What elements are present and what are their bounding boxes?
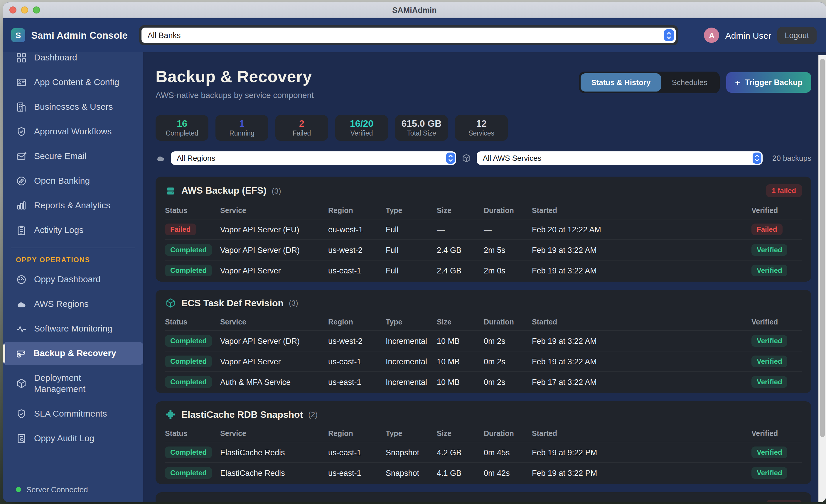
region-filter-select[interactable]: All Regions bbox=[171, 151, 457, 165]
trigger-backup-button[interactable]: + Trigger Backup bbox=[726, 72, 811, 93]
sidebar-item-aws-regions[interactable]: AWS Regions bbox=[10, 293, 136, 316]
sidebar-item-businesses-users[interactable]: Businesses & Users bbox=[10, 96, 136, 119]
sidebar-item-sla-commitments[interactable]: SLA Commitments bbox=[10, 402, 136, 425]
sidebar-item-open-banking[interactable]: Open Banking bbox=[10, 170, 136, 192]
stat-card-running: 1Running bbox=[216, 115, 268, 141]
cell-region: us-east-1 bbox=[328, 378, 386, 386]
section-count: (3) bbox=[289, 299, 298, 307]
minimize-window-button[interactable] bbox=[21, 6, 28, 13]
cell-duration: 0m 42s bbox=[484, 468, 532, 477]
column-header-size: Size bbox=[437, 206, 484, 215]
sidebar-item-software-monitoring[interactable]: Software Monitoring bbox=[10, 317, 136, 340]
sidebar-item-secure-email[interactable]: Secure Email bbox=[10, 145, 136, 168]
sidebar-item-dashboard[interactable]: Dashboard bbox=[10, 52, 136, 69]
sidebar-item-activity-logs[interactable]: Activity Logs bbox=[10, 219, 136, 242]
sidebar-item-label: Deployment Management bbox=[34, 373, 130, 394]
cell-started: Feb 19 at 3:22 AM bbox=[532, 336, 752, 345]
table-row: CompletedElastiCache Redisus-east-1Snaps… bbox=[165, 442, 802, 462]
select-stepper-icon bbox=[752, 152, 761, 164]
aws-regions-icon bbox=[16, 299, 27, 310]
verified-badge: Verified bbox=[752, 244, 787, 256]
cell-service: Auth & MFA Service bbox=[220, 378, 328, 386]
cell-size: — bbox=[437, 225, 484, 234]
backup-sections-list: AWS Backup (EFS)(3)1 failedStatusService… bbox=[156, 177, 811, 502]
cache-chip-icon bbox=[165, 409, 176, 420]
cell-status: Completed bbox=[165, 376, 220, 388]
cell-type: Full bbox=[386, 266, 437, 275]
sidebar-item-reports-analytics[interactable]: Reports & Analytics bbox=[10, 194, 136, 217]
cell-region: us-west-2 bbox=[328, 336, 386, 345]
cell-duration: 0m 2s bbox=[484, 378, 532, 386]
cell-duration: 0m 2s bbox=[484, 357, 532, 366]
stat-value: 2 bbox=[299, 119, 304, 128]
zoom-window-button[interactable] bbox=[33, 6, 40, 13]
tab-schedules[interactable]: Schedules bbox=[661, 73, 718, 91]
column-header-size: Size bbox=[437, 430, 484, 438]
oppy-dashboard-icon bbox=[16, 274, 27, 285]
sidebar-item-oppy-dashboard[interactable]: Oppy Dashboard bbox=[10, 268, 136, 291]
column-header-verified: Verified bbox=[752, 430, 802, 438]
cell-started: Feb 20 at 12:22 AM bbox=[532, 225, 752, 234]
plus-icon: + bbox=[735, 77, 740, 87]
cell-started: Feb 17 at 3:22 AM bbox=[532, 378, 752, 386]
cell-type: Full bbox=[386, 246, 437, 254]
section-failed-badge: 1 failed bbox=[766, 184, 802, 197]
audit-log-icon bbox=[16, 433, 27, 444]
sidebar-item-label: Activity Logs bbox=[34, 225, 83, 236]
cell-region: us-east-1 bbox=[328, 357, 386, 366]
cell-service: ElastiCache Redis bbox=[220, 448, 328, 457]
sidebar-item-backup-recovery[interactable]: Backup & Recovery bbox=[3, 342, 143, 365]
table-row: CompletedElastiCache Redisus-east-1Snaps… bbox=[165, 462, 802, 483]
cell-verified: Failed bbox=[752, 224, 802, 235]
column-header-service: Service bbox=[220, 318, 328, 326]
sidebar-item-label: Secure Email bbox=[34, 151, 86, 162]
sidebar-item-app-content-config[interactable]: App Content & Config bbox=[10, 71, 136, 94]
close-window-button[interactable] bbox=[9, 6, 16, 13]
cell-duration: — bbox=[484, 225, 532, 234]
sidebar-item-deployment-management[interactable]: Deployment Management bbox=[10, 367, 136, 400]
cell-region: us-east-1 bbox=[328, 468, 386, 477]
bank-selector[interactable]: All Banks bbox=[142, 27, 676, 43]
table-row: CompletedAuth & MFA Serviceus-east-1Incr… bbox=[165, 371, 802, 392]
cell-status: Completed bbox=[165, 356, 220, 367]
stat-card-services: 12Services bbox=[455, 115, 508, 141]
status-badge: Completed bbox=[165, 467, 212, 479]
page-subtitle: AWS-native backups by service component bbox=[156, 90, 314, 100]
scrollbar-thumb[interactable] bbox=[820, 59, 825, 437]
stat-card-total-size: 615.0 GBTotal Size bbox=[395, 115, 448, 141]
cell-started: Feb 19 at 9:22 PM bbox=[532, 448, 752, 457]
sidebar-item-oppy-audit-log[interactable]: Oppy Audit Log bbox=[10, 427, 136, 450]
cell-size: 2.4 GB bbox=[437, 246, 484, 254]
section-title: ElastiCache RDB Snapshot bbox=[181, 409, 303, 420]
server-connected-dot-icon bbox=[16, 487, 21, 492]
scrollbar-track[interactable] bbox=[818, 55, 826, 502]
cell-size: 10 MB bbox=[437, 378, 484, 386]
column-header-status: Status bbox=[165, 206, 220, 215]
businesses-icon bbox=[16, 102, 27, 113]
tab-status-history[interactable]: Status & History bbox=[581, 73, 661, 91]
cell-status: Completed bbox=[165, 244, 220, 256]
stat-value: 16/20 bbox=[350, 119, 373, 128]
logout-button[interactable]: Logout bbox=[777, 27, 817, 44]
cell-started: Feb 19 at 3:22 AM bbox=[532, 266, 752, 275]
sidebar-item-label: Backup & Recovery bbox=[34, 348, 116, 359]
app-name: Sami Admin Console bbox=[31, 29, 128, 41]
table-header-row: StatusServiceRegionTypeSizeDurationStart… bbox=[165, 314, 802, 330]
stat-card-failed: 2Failed bbox=[275, 115, 328, 141]
stat-label: Services bbox=[468, 130, 494, 137]
filters-row: All Regions All AWS Services bbox=[156, 151, 811, 165]
table-row: FailedVapor API Server (EU)eu-west-1Full… bbox=[165, 219, 802, 239]
service-filter-select[interactable]: All AWS Services bbox=[477, 151, 763, 165]
stat-card-completed: 16Completed bbox=[156, 115, 209, 141]
section-header: AWS Backup (EFS)(3)1 failed bbox=[165, 184, 802, 197]
sidebar: DashboardApp Content & ConfigBusinesses … bbox=[3, 52, 143, 502]
cell-size: 2.4 GB bbox=[437, 266, 484, 275]
sidebar-item-approval-workflows[interactable]: Approval Workflows bbox=[10, 120, 136, 143]
app-header: S Sami Admin Console All Banks A Admin U… bbox=[3, 18, 826, 52]
sidebar-nav: DashboardApp Content & ConfigBusinesses … bbox=[10, 52, 136, 451]
backup-section-elasticache-rdb-snapshot: ElastiCache RDB Snapshot(2)StatusService… bbox=[156, 401, 811, 484]
sidebar-item-label: Dashboard bbox=[34, 52, 77, 63]
stat-value: 1 bbox=[239, 119, 244, 128]
cell-duration: 0m 2s bbox=[484, 336, 532, 345]
table-row: CompletedVapor API Server (DR)us-west-2F… bbox=[165, 239, 802, 260]
